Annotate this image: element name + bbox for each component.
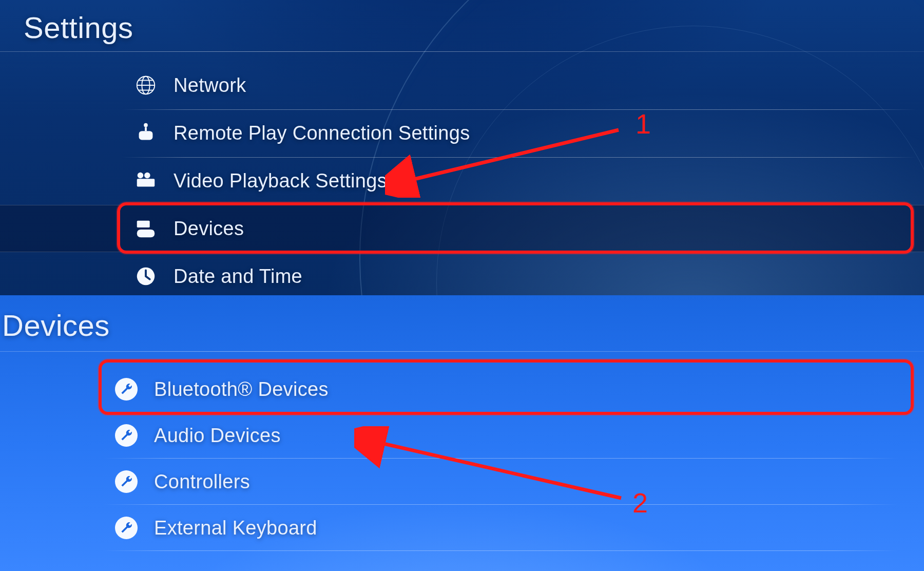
menu-item-label: Controllers [154, 471, 250, 493]
divider [0, 51, 924, 52]
devices-title: Devices [2, 308, 110, 342]
wrench-icon [111, 378, 142, 401]
wrench-icon [111, 470, 142, 493]
menu-item-network[interactable]: Network [130, 62, 883, 109]
wrench-icon [111, 424, 142, 447]
menu-item-devices[interactable]: Devices [130, 205, 883, 252]
svg-rect-13 [142, 180, 144, 185]
svg-rect-8 [145, 127, 147, 131]
svg-rect-14 [145, 180, 147, 185]
menu-item-controllers[interactable]: Controllers [111, 458, 883, 505]
menu-item-label: Remote Play Connection Settings [174, 122, 470, 144]
menu-item-bluetooth-devices[interactable]: Bluetooth® Devices [111, 366, 883, 413]
menu-item-label: External Keyboard [154, 517, 317, 539]
remote-play-icon [130, 121, 161, 145]
menu-item-label: Network [174, 74, 246, 97]
film-icon [130, 169, 161, 193]
svg-point-5 [144, 123, 148, 127]
devices-icon [130, 217, 161, 240]
globe-icon [130, 73, 161, 97]
settings-title: Settings [24, 10, 133, 45]
svg-rect-20 [146, 222, 147, 224]
svg-rect-12 [139, 180, 141, 185]
svg-rect-18 [141, 222, 142, 224]
svg-rect-7 [141, 134, 150, 138]
menu-item-remote-play[interactable]: Remote Play Connection Settings [130, 109, 883, 157]
menu-item-label: Bluetooth® Devices [154, 378, 329, 401]
menu-item-label: Devices [174, 218, 244, 240]
svg-rect-16 [137, 221, 150, 227]
menu-item-external-keyboard[interactable]: External Keyboard [111, 504, 883, 551]
wrench-icon [111, 517, 142, 539]
clock-icon [130, 264, 161, 288]
menu-item-audio-devices[interactable]: Audio Devices [111, 412, 883, 459]
menu-item-label: Date and Time [174, 265, 302, 288]
svg-rect-19 [143, 222, 145, 224]
menu-item-label: Video Playback Settings [174, 170, 387, 192]
menu-item-video-playback[interactable]: Video Playback Settings [130, 157, 883, 204]
svg-rect-17 [139, 222, 140, 224]
menu-item-date-time[interactable]: Date and Time [130, 253, 883, 300]
svg-point-10 [144, 173, 150, 179]
menu-item-label: Audio Devices [154, 425, 281, 447]
divider [0, 351, 924, 352]
svg-point-9 [138, 173, 144, 179]
svg-rect-15 [149, 180, 151, 185]
